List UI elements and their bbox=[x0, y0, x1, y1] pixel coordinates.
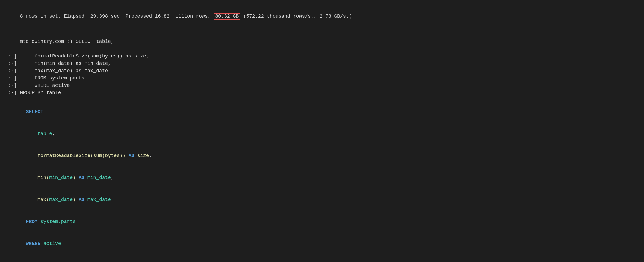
prompt-line-4-text: :-] FROM system.parts bbox=[8, 75, 85, 81]
sql-field-table: table, bbox=[8, 123, 636, 145]
prompt-line-5-text: :-] WHERE active bbox=[8, 83, 70, 88]
keyword-select: SELECT bbox=[26, 109, 43, 114]
keyword-from: FROM bbox=[26, 219, 37, 224]
sql-select-line: SELECT bbox=[8, 101, 636, 123]
stats-highlighted: 80.32 GB bbox=[214, 13, 240, 20]
sql-groupby-line: GROUP BY table bbox=[8, 255, 636, 262]
prompt-line-3: :-] max(max_date) as max_date bbox=[8, 67, 636, 75]
prompt-line-2: :-] min(min_date) as min_date, bbox=[8, 60, 636, 67]
sql-block: SELECT table, formatReadableSize(sum(byt… bbox=[8, 101, 636, 262]
sql-where-value: active bbox=[43, 241, 61, 246]
prompt-line-4: :-] FROM system.parts bbox=[8, 75, 636, 82]
terminal-output: 8 rows in set. Elapsed: 29.398 sec. Proc… bbox=[8, 5, 636, 262]
sql-field-size: formatReadableSize(sum(bytes)) AS size, bbox=[8, 145, 636, 167]
sql-where-line: WHERE active bbox=[8, 233, 636, 255]
prompt-line-6-text: :-] GROUP BY table bbox=[8, 90, 61, 95]
prompt-line-5: :-] WHERE active bbox=[8, 82, 636, 89]
sql-field-max-date: max(max_date) AS max_date bbox=[8, 189, 636, 211]
prompt-line: mtc.qwintry.com :) SELECT table, bbox=[8, 31, 636, 53]
prompt-text: mtc.qwintry.com :) SELECT table, bbox=[20, 39, 114, 44]
prompt-line-6: :-] GROUP BY table bbox=[8, 89, 636, 97]
field-table-text: table bbox=[26, 131, 52, 136]
prompt-line-3-text: :-] max(max_date) as max_date bbox=[8, 68, 108, 74]
sql-from-table: system.parts bbox=[40, 219, 76, 224]
prompt-line-1: :-] formatReadableSize(sum(bytes)) as si… bbox=[8, 53, 636, 60]
sql-field-min-date: min(min_date) AS min_date, bbox=[8, 167, 636, 189]
keyword-where: WHERE bbox=[26, 241, 40, 246]
stats-prefix: 8 rows in set. Elapsed: 29.398 sec. Proc… bbox=[20, 14, 214, 19]
sql-from-line: FROM system.parts bbox=[8, 211, 636, 233]
prompt-line-2-text: :-] min(min_date) as min_date, bbox=[8, 61, 111, 66]
field-size-text: formatReadableSize(sum(bytes)) bbox=[26, 153, 126, 158]
stats-suffix: (572.22 thousand rows/s., 2.73 GB/s.) bbox=[240, 14, 352, 19]
stats-line: 8 rows in set. Elapsed: 29.398 sec. Proc… bbox=[8, 5, 636, 27]
prompt-line-1-text: :-] formatReadableSize(sum(bytes)) as si… bbox=[8, 53, 149, 59]
